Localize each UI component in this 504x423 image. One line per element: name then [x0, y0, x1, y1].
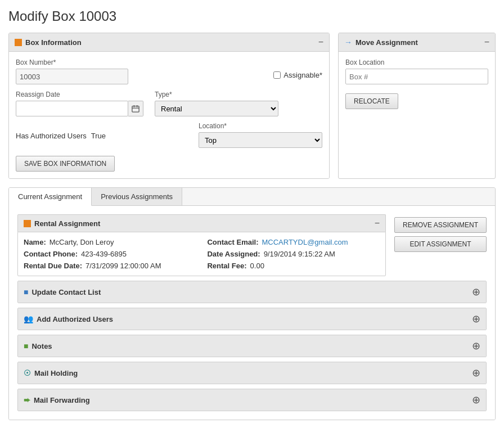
reassign-date-group: Reassign Date: [16, 91, 143, 116]
update-contact-section: ■ Update Contact List ⊕: [17, 281, 487, 303]
move-assignment-title: Move Assignment: [356, 38, 418, 47]
rental-fee-field: Rental Fee: 0.00: [207, 262, 379, 270]
name-value: McCarty, Don Leroy: [50, 238, 114, 246]
name-label: Name:: [24, 238, 46, 246]
has-auth-group: Has Authorized Users True: [16, 132, 106, 140]
mail-forwarding-icon: ➨: [24, 395, 30, 404]
box-number-group: Box Number*: [16, 58, 128, 84]
date-assigned-field: Date Assigned: 9/19/2014 9:15:22 AM: [207, 250, 379, 258]
remove-assignment-button[interactable]: REMOVE ASSIGNMENT: [394, 217, 487, 233]
box-location-group: Box Location: [345, 58, 488, 89]
update-contact-label: Update Contact List: [32, 288, 101, 296]
rental-assignment-header: Rental Assignment −: [17, 214, 386, 232]
notes-label: Notes: [32, 342, 52, 350]
add-auth-users-header[interactable]: 👥 Add Authorized Users ⊕: [18, 308, 486, 330]
has-auth-label: Has Authorized Users: [16, 132, 87, 140]
contact-phone-label: Contact Phone:: [24, 250, 78, 258]
rental-fee-value: 0.00: [250, 262, 264, 270]
assignable-checkbox[interactable]: [273, 71, 281, 79]
rental-due-label: Rental Due Date:: [24, 262, 82, 270]
rental-fields-grid: Name: McCarty, Don Leroy Contact Email: …: [24, 238, 380, 270]
mail-holding-expand-icon[interactable]: ⊕: [472, 367, 480, 379]
contact-email-value[interactable]: MCCARTYDL@gmail.com: [262, 238, 348, 246]
date-assigned-label: Date Assigned:: [207, 250, 260, 258]
mail-forwarding-expand-icon[interactable]: ⊕: [472, 394, 480, 406]
assignment-section: Rental Assignment − Name: McCarty, Don L…: [17, 214, 487, 276]
box-location-input[interactable]: [345, 69, 488, 84]
location-select[interactable]: Top Middle Bottom: [199, 132, 322, 148]
assignable-group: Assignable*: [273, 71, 322, 79]
rental-due-field: Rental Due Date: 7/31/2099 12:00:00 AM: [24, 262, 196, 270]
relocate-button[interactable]: RELOCATE: [345, 93, 398, 109]
edit-assignment-button[interactable]: EDIT ASSIGNMENT: [394, 236, 487, 252]
box-location-label: Box Location: [345, 58, 488, 66]
move-assignment-header: → Move Assignment −: [339, 33, 495, 52]
contact-phone-field: Contact Phone: 423-439-6895: [24, 250, 196, 258]
add-auth-label: Add Authorized Users: [37, 315, 113, 323]
save-box-button[interactable]: SAVE BOX INFORMATION: [16, 156, 115, 172]
notes-expand-icon[interactable]: ⊕: [472, 340, 480, 352]
reassign-date-wrap: [16, 101, 143, 116]
box-number-input[interactable]: [16, 69, 128, 84]
rental-assignment-panel: Rental Assignment − Name: McCarty, Don L…: [17, 214, 386, 276]
collapse-rental-icon[interactable]: −: [375, 219, 380, 228]
rental-icon: [24, 220, 31, 227]
contact-email-label: Contact Email:: [207, 238, 258, 246]
mail-holding-header[interactable]: ☉ Mail Holding ⊕: [18, 362, 486, 384]
contact-email-field: Contact Email: MCCARTYDL@gmail.com: [207, 238, 379, 246]
tab-current-assignment[interactable]: Current Assignment: [9, 188, 92, 206]
svg-rect-0: [132, 106, 139, 112]
notes-section: ■ Notes ⊕: [17, 335, 487, 357]
reassign-date-label: Reassign Date: [16, 91, 143, 98]
assignable-label: Assignable*: [284, 71, 322, 79]
mail-forwarding-section: ➨ Mail Forwarding ⊕: [17, 389, 487, 411]
rental-assignment-title: Rental Assignment: [34, 219, 100, 228]
mail-forwarding-label: Mail Forwarding: [34, 396, 90, 404]
update-contact-header[interactable]: ■ Update Contact List ⊕: [18, 281, 486, 303]
mail-holding-icon: ☉: [24, 368, 31, 377]
box-info-header: Box Information −: [9, 33, 329, 52]
add-auth-expand-icon[interactable]: ⊕: [472, 313, 480, 325]
update-contact-icon: ■: [24, 287, 28, 296]
add-auth-icon: 👥: [24, 314, 33, 323]
box-information-panel: Box Information − Box Number* Assignable…: [8, 33, 330, 179]
tabs-header: Current Assignment Previous Assignments: [9, 188, 495, 206]
type-label: Type*: [155, 91, 278, 98]
main-tabs-container: Current Assignment Previous Assignments …: [8, 187, 496, 420]
mail-holding-label: Mail Holding: [34, 369, 78, 377]
reassign-date-input[interactable]: [16, 101, 128, 116]
arrow-right-icon: →: [344, 38, 352, 47]
tab-previous-assignments[interactable]: Previous Assignments: [92, 188, 182, 205]
rental-assignment-body: Name: McCarty, Don Leroy Contact Email: …: [17, 232, 386, 276]
location-label: Location*: [199, 122, 322, 130]
update-contact-expand-icon[interactable]: ⊕: [472, 286, 480, 298]
add-auth-users-section: 👥 Add Authorized Users ⊕: [17, 308, 487, 330]
calendar-icon[interactable]: [128, 101, 143, 116]
mail-forwarding-header[interactable]: ➨ Mail Forwarding ⊕: [18, 389, 486, 411]
collapse-move-assignment-icon[interactable]: −: [484, 38, 489, 47]
notes-icon: ■: [24, 341, 28, 350]
type-group: Type* Rental PO Box Virtual: [155, 91, 278, 116]
rental-due-value: 7/31/2099 12:00:00 AM: [86, 262, 161, 270]
assignment-actions: REMOVE ASSIGNMENT EDIT ASSIGNMENT: [394, 214, 487, 276]
has-auth-value: True: [91, 132, 106, 140]
tabs-body: Rental Assignment − Name: McCarty, Don L…: [9, 206, 495, 420]
mail-holding-section: ☉ Mail Holding ⊕: [17, 362, 487, 384]
name-field: Name: McCarty, Don Leroy: [24, 238, 196, 246]
rental-fee-label: Rental Fee:: [207, 262, 246, 270]
box-info-body: Box Number* Assignable* Reassign Date: [9, 52, 329, 178]
notes-header[interactable]: ■ Notes ⊕: [18, 335, 486, 357]
date-assigned-value: 9/19/2014 9:15:22 AM: [264, 250, 335, 258]
box-number-label: Box Number*: [16, 58, 128, 66]
box-info-title: Box Information: [25, 38, 82, 47]
type-select[interactable]: Rental PO Box Virtual: [155, 101, 278, 116]
page-title: Modify Box 10003: [8, 8, 496, 24]
box-icon: [15, 39, 22, 46]
collapse-box-info-icon[interactable]: −: [318, 38, 323, 47]
location-group: Location* Top Middle Bottom: [199, 122, 322, 148]
contact-phone-value: 423-439-6895: [81, 250, 127, 258]
move-assignment-panel: → Move Assignment − Box Location RELOCAT…: [338, 33, 496, 179]
move-assignment-body: Box Location RELOCATE: [339, 52, 495, 116]
